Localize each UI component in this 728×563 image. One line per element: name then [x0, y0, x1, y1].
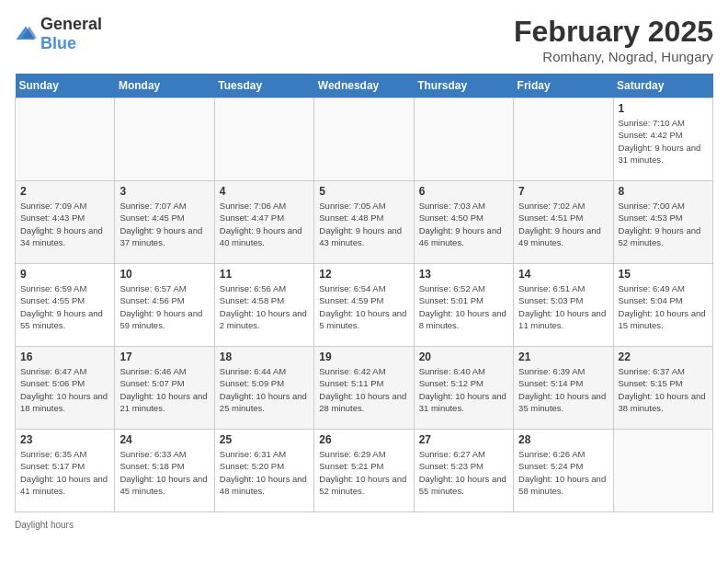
- page-header: General Blue February 2025 Romhany, Nogr…: [15, 15, 713, 64]
- day-info: Sunrise: 6:59 AM Sunset: 4:55 PM Dayligh…: [20, 282, 109, 331]
- day-info: Sunrise: 6:42 AM Sunset: 5:11 PM Dayligh…: [319, 365, 408, 414]
- day-number: 13: [419, 268, 508, 281]
- calendar-cell: 3Sunrise: 7:07 AM Sunset: 4:45 PM Daylig…: [115, 181, 214, 264]
- calendar-cell: 22Sunrise: 6:37 AM Sunset: 5:15 PM Dayli…: [613, 347, 712, 430]
- title-section: February 2025 Romhany, Nograd, Hungary: [514, 15, 713, 64]
- day-header-thursday: Thursday: [414, 74, 513, 98]
- calendar-table: SundayMondayTuesdayWednesdayThursdayFrid…: [15, 74, 713, 512]
- day-number: 7: [518, 185, 608, 198]
- calendar-cell: 12Sunrise: 6:54 AM Sunset: 4:59 PM Dayli…: [314, 264, 414, 347]
- day-info: Sunrise: 7:05 AM Sunset: 4:48 PM Dayligh…: [319, 200, 408, 248]
- day-info: Sunrise: 6:47 AM Sunset: 5:06 PM Dayligh…: [20, 365, 109, 414]
- footer-text: Daylight hours: [15, 520, 74, 530]
- day-number: 12: [319, 268, 408, 281]
- calendar-cell: [16, 98, 115, 181]
- calendar-cell: 6Sunrise: 7:03 AM Sunset: 4:50 PM Daylig…: [414, 181, 513, 264]
- calendar-cell: 1Sunrise: 7:10 AM Sunset: 4:42 PM Daylig…: [613, 98, 712, 181]
- calendar-cell: 19Sunrise: 6:42 AM Sunset: 5:11 PM Dayli…: [314, 347, 414, 430]
- day-info: Sunrise: 6:27 AM Sunset: 5:23 PM Dayligh…: [419, 448, 508, 497]
- calendar-cell: [214, 98, 313, 181]
- day-info: Sunrise: 6:51 AM Sunset: 5:03 PM Dayligh…: [518, 282, 608, 331]
- day-info: Sunrise: 6:52 AM Sunset: 5:01 PM Dayligh…: [419, 282, 508, 331]
- day-number: 1: [619, 102, 708, 115]
- day-number: 17: [119, 350, 209, 363]
- day-number: 14: [518, 268, 608, 281]
- calendar-cell: 17Sunrise: 6:46 AM Sunset: 5:07 PM Dayli…: [115, 347, 214, 430]
- day-info: Sunrise: 6:57 AM Sunset: 4:56 PM Dayligh…: [119, 282, 209, 331]
- calendar-cell: 20Sunrise: 6:40 AM Sunset: 5:12 PM Dayli…: [414, 347, 513, 430]
- day-info: Sunrise: 6:49 AM Sunset: 5:04 PM Dayligh…: [619, 282, 708, 331]
- logo-icon: [15, 25, 37, 43]
- day-number: 25: [220, 433, 309, 446]
- calendar-cell: 15Sunrise: 6:49 AM Sunset: 5:04 PM Dayli…: [613, 264, 712, 347]
- week-row-3: 9Sunrise: 6:59 AM Sunset: 4:55 PM Daylig…: [16, 264, 713, 347]
- day-info: Sunrise: 7:02 AM Sunset: 4:51 PM Dayligh…: [518, 200, 608, 248]
- calendar-cell: 10Sunrise: 6:57 AM Sunset: 4:56 PM Dayli…: [115, 264, 214, 347]
- calendar-body: 1Sunrise: 7:10 AM Sunset: 4:42 PM Daylig…: [16, 98, 713, 512]
- day-info: Sunrise: 6:44 AM Sunset: 5:09 PM Dayligh…: [220, 365, 309, 414]
- day-number: 5: [319, 185, 408, 198]
- calendar-cell: 7Sunrise: 7:02 AM Sunset: 4:51 PM Daylig…: [514, 181, 613, 264]
- day-number: 16: [20, 350, 109, 363]
- calendar-cell: [414, 98, 513, 181]
- day-number: 23: [20, 433, 109, 446]
- day-number: 21: [518, 350, 608, 363]
- day-number: 20: [419, 350, 508, 363]
- day-info: Sunrise: 6:54 AM Sunset: 4:59 PM Dayligh…: [319, 282, 408, 331]
- logo-text: General Blue: [40, 15, 102, 53]
- calendar-title: February 2025: [514, 15, 713, 49]
- calendar-footer: Daylight hours: [15, 520, 713, 530]
- day-info: Sunrise: 7:07 AM Sunset: 4:45 PM Dayligh…: [119, 200, 209, 248]
- day-header-tuesday: Tuesday: [214, 74, 313, 98]
- day-number: 8: [619, 185, 708, 198]
- calendar-subtitle: Romhany, Nograd, Hungary: [514, 49, 713, 64]
- day-header-monday: Monday: [115, 74, 214, 98]
- day-info: Sunrise: 6:56 AM Sunset: 4:58 PM Dayligh…: [220, 282, 309, 331]
- day-number: 15: [619, 268, 708, 281]
- calendar-cell: 26Sunrise: 6:29 AM Sunset: 5:21 PM Dayli…: [314, 430, 414, 512]
- day-number: 26: [319, 433, 408, 446]
- day-header-sunday: Sunday: [16, 74, 115, 98]
- day-header-friday: Friday: [514, 74, 613, 98]
- day-number: 11: [220, 268, 309, 281]
- day-number: 2: [20, 185, 109, 198]
- calendar-cell: 18Sunrise: 6:44 AM Sunset: 5:09 PM Dayli…: [214, 347, 313, 430]
- day-info: Sunrise: 6:33 AM Sunset: 5:18 PM Dayligh…: [119, 448, 209, 497]
- calendar-cell: [115, 98, 214, 181]
- calendar-cell: 24Sunrise: 6:33 AM Sunset: 5:18 PM Dayli…: [115, 430, 214, 512]
- calendar-header-row: SundayMondayTuesdayWednesdayThursdayFrid…: [16, 74, 713, 98]
- calendar-cell: 23Sunrise: 6:35 AM Sunset: 5:17 PM Dayli…: [16, 430, 115, 512]
- day-info: Sunrise: 7:00 AM Sunset: 4:53 PM Dayligh…: [619, 200, 708, 248]
- day-info: Sunrise: 6:39 AM Sunset: 5:14 PM Dayligh…: [518, 365, 608, 414]
- calendar-cell: 14Sunrise: 6:51 AM Sunset: 5:03 PM Dayli…: [514, 264, 613, 347]
- calendar-cell: 5Sunrise: 7:05 AM Sunset: 4:48 PM Daylig…: [314, 181, 414, 264]
- calendar-cell: 16Sunrise: 6:47 AM Sunset: 5:06 PM Dayli…: [16, 347, 115, 430]
- day-info: Sunrise: 6:26 AM Sunset: 5:24 PM Dayligh…: [518, 448, 608, 497]
- day-number: 27: [419, 433, 508, 446]
- calendar-cell: 25Sunrise: 6:31 AM Sunset: 5:20 PM Dayli…: [214, 430, 313, 512]
- calendar-cell: [514, 98, 613, 181]
- calendar-cell: 21Sunrise: 6:39 AM Sunset: 5:14 PM Dayli…: [514, 347, 613, 430]
- day-number: 9: [20, 268, 109, 281]
- calendar-cell: 4Sunrise: 7:06 AM Sunset: 4:47 PM Daylig…: [214, 181, 313, 264]
- calendar-cell: [613, 430, 712, 512]
- logo-blue: Blue: [40, 34, 76, 52]
- week-row-4: 16Sunrise: 6:47 AM Sunset: 5:06 PM Dayli…: [16, 347, 713, 430]
- calendar-cell: 13Sunrise: 6:52 AM Sunset: 5:01 PM Dayli…: [414, 264, 513, 347]
- day-info: Sunrise: 7:03 AM Sunset: 4:50 PM Dayligh…: [419, 200, 508, 248]
- day-info: Sunrise: 6:31 AM Sunset: 5:20 PM Dayligh…: [220, 448, 309, 497]
- day-number: 10: [119, 268, 209, 281]
- day-info: Sunrise: 6:35 AM Sunset: 5:17 PM Dayligh…: [20, 448, 109, 497]
- day-number: 19: [319, 350, 408, 363]
- day-number: 24: [119, 433, 209, 446]
- week-row-5: 23Sunrise: 6:35 AM Sunset: 5:17 PM Dayli…: [16, 430, 713, 512]
- calendar-cell: 2Sunrise: 7:09 AM Sunset: 4:43 PM Daylig…: [16, 181, 115, 264]
- calendar-cell: 27Sunrise: 6:27 AM Sunset: 5:23 PM Dayli…: [414, 430, 513, 512]
- day-info: Sunrise: 6:40 AM Sunset: 5:12 PM Dayligh…: [419, 365, 508, 414]
- calendar-cell: 8Sunrise: 7:00 AM Sunset: 4:53 PM Daylig…: [613, 181, 712, 264]
- day-info: Sunrise: 7:09 AM Sunset: 4:43 PM Dayligh…: [20, 200, 109, 248]
- week-row-2: 2Sunrise: 7:09 AM Sunset: 4:43 PM Daylig…: [16, 181, 713, 264]
- day-header-saturday: Saturday: [613, 74, 712, 98]
- day-info: Sunrise: 6:29 AM Sunset: 5:21 PM Dayligh…: [319, 448, 408, 497]
- day-info: Sunrise: 6:37 AM Sunset: 5:15 PM Dayligh…: [619, 365, 708, 414]
